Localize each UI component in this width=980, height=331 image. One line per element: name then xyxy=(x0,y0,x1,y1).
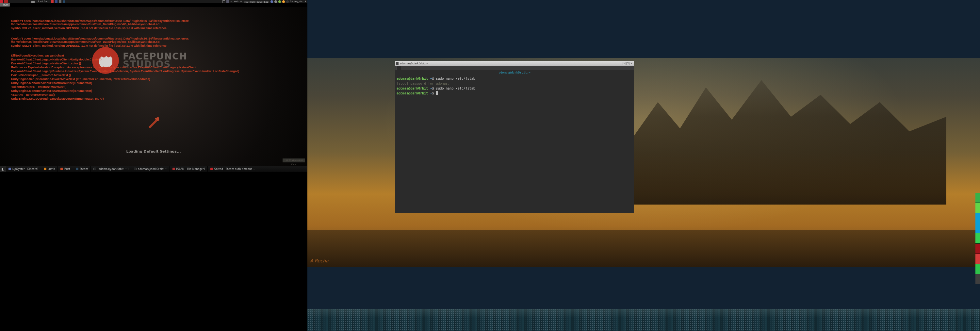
discord-icon[interactable] xyxy=(270,0,273,3)
lutris-icon xyxy=(44,168,46,170)
cpu-freq-label: 3.40 GHz xyxy=(38,0,48,3)
wifi-icon[interactable] xyxy=(274,0,277,3)
terminal-titlebar[interactable]: adomas@dark0rbit:~ – ▢ ✕ xyxy=(395,61,634,66)
axe-spinner-icon xyxy=(146,115,161,129)
task-browser[interactable]: Solved - Steam auth timeout ... xyxy=(208,166,258,172)
sys-monitor[interactable]: cpumemswap1:32 xyxy=(244,1,269,3)
vivaldi-icon xyxy=(210,168,213,170)
maximize-button[interactable]: ▢ xyxy=(626,62,630,65)
steam-icon xyxy=(76,168,78,170)
terminal-icon xyxy=(94,168,96,170)
task-terminal[interactable]: adomas@dark0rbit: ~ xyxy=(131,166,170,172)
rust-icon xyxy=(60,168,63,170)
minimize-button[interactable]: – xyxy=(623,62,626,65)
task-terminal[interactable]: [adomas@dark0rbit: ~] xyxy=(91,166,131,172)
clock-label[interactable]: 03 Aug, 01:19 xyxy=(290,0,306,3)
artist-signature: A.Rocha xyxy=(310,258,329,263)
window-title: adomas@dark0rbit:~ xyxy=(400,62,428,65)
systray xyxy=(270,0,289,3)
terminal-window[interactable]: adomas@dark0rbit:~ – ▢ ✕ adomas@dark0rbi… xyxy=(395,61,634,213)
window-tab-rust[interactable]: Rust xyxy=(0,3,10,6)
task-rust[interactable]: Rust xyxy=(58,166,73,172)
monitor-1: 3.40 GHz ☁ WO: W cpumemswap1:32 03 Aug, … xyxy=(0,0,307,331)
apps-menu-icon-2[interactable] xyxy=(4,0,8,3)
cloud-icon[interactable]: ☁ xyxy=(230,0,232,3)
tray-icon[interactable] xyxy=(59,0,61,3)
apps-menu-icon[interactable] xyxy=(0,0,3,3)
loading-status: Loading Default Settings... xyxy=(0,149,307,154)
task-steam[interactable]: Steam xyxy=(73,166,91,172)
start-menu-icon[interactable]: ◧ xyxy=(0,166,6,172)
task-lutris[interactable]: Lutris xyxy=(41,166,58,172)
bottom-taskbar-2[interactable] xyxy=(307,309,980,331)
tray-icon[interactable] xyxy=(51,0,54,3)
close-button[interactable]: ✕ xyxy=(630,62,633,65)
keyboard-icon[interactable] xyxy=(31,1,35,3)
terminal-icon xyxy=(396,62,399,65)
net-stats: 157.60 Kbps 49.87 Kbps xyxy=(283,159,305,162)
terminal-body[interactable]: adomas@dark0rbit:~ adomas@dark0rbit ~$ s… xyxy=(395,70,634,213)
monitor-2: A.Rocha adomas@dark0rbit:~ – ▢ ✕ adomas@… xyxy=(307,0,980,331)
task-discord[interactable]: [@Oyster - Discord] xyxy=(6,166,41,172)
terminal-tab[interactable] xyxy=(396,66,401,70)
terminal-icon xyxy=(134,168,137,170)
error-log: Couldn't open /home/adomas/.local/share/… xyxy=(11,19,297,101)
status-icon[interactable] xyxy=(278,0,281,3)
steam-icon[interactable] xyxy=(63,0,65,3)
bottom-taskbar: ◧ [@Oyster - Discord] Lutris Rust Steam … xyxy=(0,166,307,172)
top-panel: 3.40 GHz ☁ WO: W cpumemswap1:32 03 Aug, … xyxy=(0,0,307,3)
rust-game-window[interactable]: FACEPUNCH STUDIOS Couldn't open /home/ad… xyxy=(0,7,307,166)
status-icon[interactable] xyxy=(282,0,285,3)
tray-icon[interactable] xyxy=(226,0,229,3)
cursor-icon xyxy=(436,91,438,95)
weather-label: WO: W xyxy=(234,0,242,3)
discord-icon xyxy=(8,168,11,170)
tray-icon[interactable] xyxy=(55,0,57,3)
steam-icon[interactable] xyxy=(286,0,289,3)
terminal-center-title: adomas@dark0rbit:~ xyxy=(395,70,634,75)
terminal-tabbar xyxy=(395,66,634,70)
folder-icon xyxy=(172,168,175,170)
tray-icon[interactable] xyxy=(223,0,225,3)
task-filemanager[interactable]: [SLAM - File Manager] xyxy=(170,166,208,172)
side-gadget[interactable] xyxy=(975,193,980,284)
